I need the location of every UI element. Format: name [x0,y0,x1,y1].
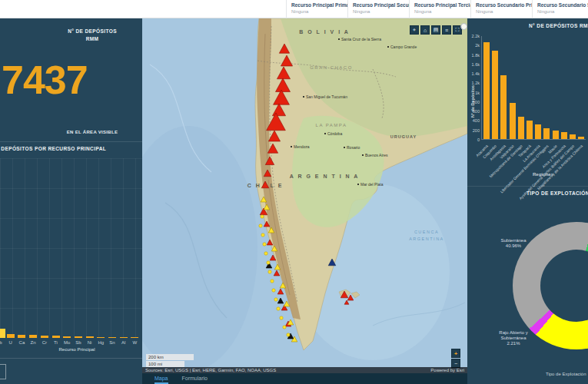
recurso-bar-Sn [108,337,116,338]
map-city-label: Córdoba [327,131,342,136]
recurso-bar-U [7,334,15,338]
recurso-category-label: Cr [39,340,50,345]
region-bar-10 [561,132,567,139]
deposit-marker-yellow-circle[interactable] [283,326,286,329]
recurso-bar-Pb [0,329,5,338]
filter-selected-value: Ninguna [537,9,588,14]
map-city-label: San Miguel de Tucumán [306,94,347,99]
map-label: ARGENTINA [409,237,444,241]
tab-formulario[interactable]: Formulario [182,373,208,384]
recurso-category-label: Sb [73,340,84,345]
recurso-category-label: Ca [16,340,27,345]
recurso-bar-Ni [86,336,94,338]
map-graphic: B O L I V I AGRAN CHACOLA PAMPAA R G E N… [142,18,467,373]
filter-bar: Recurso Principal PrimarioNingunaRecurso… [0,0,588,18]
filter-selected-value: Ninguna [414,9,470,14]
map-city-label: Buenos Aires [365,153,388,157]
deposit-marker-yellow-circle[interactable] [267,261,270,264]
map-canvas[interactable]: B O L I V I AGRAN CHACOLA PAMPAA R G E N… [142,18,467,373]
filter-dropdown-5[interactable]: Recurso Secundario SecundarioNinguna [532,0,588,18]
deposit-marker-yellow-circle[interactable] [264,252,267,255]
scalebar-mi: 100 mi [146,361,184,367]
donut-slice-label: Subterránea40.96% [489,238,538,249]
zoom-in-button[interactable]: + [451,349,460,358]
filter-dropdown-3[interactable]: Recurso Principal TerciarioNinguna [409,0,470,18]
home-icon[interactable]: ⌂ [420,25,430,35]
map-label: B O L I V I A [299,29,350,35]
deposit-marker-yellow-circle[interactable] [274,298,277,301]
compass-icon[interactable] [460,23,467,30]
deposit-marker-yellow-circle[interactable] [277,307,280,310]
filter-dropdown-4[interactable]: Recurso Secundario PrimarioNinguna [470,0,532,18]
map-city-label: Campo Grande [390,45,417,49]
map-label: URUGUAY [390,134,417,139]
divider [0,358,142,359]
recurso-bar-Zn [29,335,37,338]
recurso-category-label: W [129,340,140,345]
view-tabbar: Mapa Formulario [142,373,467,384]
region-bar-6 [527,121,533,139]
map-city-label: Mendoza [294,144,310,149]
region-bar-3 [500,75,507,139]
recurso-category-label: Pb [0,340,5,345]
indicator-title-line1: N° DE DEPÓSITOS [0,28,142,35]
exploitation-axis-label: Tipo de Explotación [546,372,586,376]
recurso-category-label: Ti [51,340,61,345]
region-bar-5 [518,117,524,139]
deposit-marker-yellow-circle[interactable] [287,333,290,336]
legend-cut-box [0,364,6,379]
scalebar-km: 200 km [146,354,194,360]
recurso-chart-title: N° DE DEPÓSITOS POR RECURSO PRINCIPAL [0,146,106,151]
left-panel: N° DE DEPÓSITOS RMM 7437 EN EL ÁREA VISI… [0,18,142,384]
recurso-x-axis-label: Recurso Principal [0,347,142,352]
recurso-bar-Hg [97,337,105,338]
map-toolbar: ⌖⌂▤≡⛶ [410,25,462,35]
deposit-marker-yellow-circle[interactable] [261,233,264,237]
deposit-marker-yellow-circle[interactable] [261,215,264,218]
recurso-bar-Al [120,337,128,338]
filter-label: Recurso Secundario Secundario [537,2,588,8]
map-city-label: Rosario [347,145,360,150]
select-arrow-icon[interactable]: ⌖ [410,25,419,35]
filter-selected-value: Ninguna [476,9,532,14]
recurso-category-label: Sn [107,340,118,345]
tab-mapa[interactable]: Mapa [154,373,168,384]
donut-slice-label: Rajo Abierto ySubterránea2.21% [489,330,538,346]
region-bar-12 [578,137,584,139]
powered-by-esri: Powered by Esri [430,367,464,373]
recurso-category-label: Ni [85,340,95,345]
legend-icon[interactable]: ≡ [442,25,451,35]
recurso-category-label: Zn [28,340,38,345]
deposit-marker-yellow-circle[interactable] [272,289,275,292]
filter-selected-value: Ninguna [353,9,409,14]
deposit-marker-yellow-circle[interactable] [271,280,274,283]
filter-dropdown-2[interactable]: Recurso Principal SecundarioNinguna [347,0,409,18]
filter-label: Recurso Principal Terciario [414,2,470,8]
indicator-title-line2: RMM [0,35,142,43]
region-bar-chart [481,36,586,140]
map-label: LA PAMPA [316,123,347,127]
region-bar-9 [553,131,559,139]
recurso-category-label: Mo [61,340,72,345]
deposit-marker-yellow-circle[interactable] [280,316,283,319]
map-city-label: Mar del Plata [360,182,384,187]
deposit-marker-yellow-circle[interactable] [259,224,262,227]
deposit-count-value: 7437 [2,57,88,103]
layers-icon[interactable]: ▤ [431,25,440,35]
filter-dropdown-1[interactable]: Recurso Principal PrimarioNinguna [286,0,347,18]
region-bar-11 [570,134,576,139]
visible-area-label: EN EL ÁREA VISIBLE [0,130,142,134]
deposit-marker-yellow-circle[interactable] [268,270,271,273]
recurso-category-label: U [5,340,16,345]
map-attribution: Sources: Esri, USGS | Esri, HERE, Garmin… [142,367,467,373]
deposit-marker-yellow-circle[interactable] [263,243,266,246]
exploitation-chart-title: TIPO DE EXPLOTACIÓN DE LOS DEPÓSITOS [527,190,588,196]
recurso-bar-Sb [75,336,82,338]
region-bar-7 [535,124,541,139]
divider [0,141,142,142]
recurso-bar-W [131,337,138,338]
attribution-sources: Sources: Esri, USGS | Esri, HERE, Garmin… [145,367,276,373]
filter-selected-value: Ninguna [291,9,347,14]
region-bar-1 [483,42,490,139]
filter-label: Recurso Secundario Primario [476,2,532,8]
